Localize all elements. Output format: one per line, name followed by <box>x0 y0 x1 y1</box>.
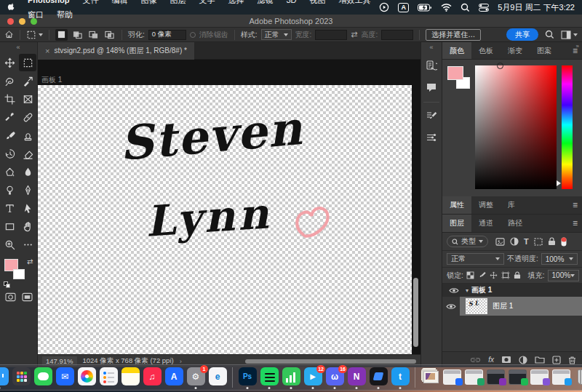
blur-tool[interactable] <box>19 163 36 180</box>
menu-item[interactable]: 增效工具 <box>332 0 378 4</box>
menu-item[interactable]: 编辑 <box>105 0 134 4</box>
hand-tool[interactable] <box>19 217 36 235</box>
photos-stack-dock-icon[interactable] <box>420 367 439 388</box>
width-input[interactable] <box>315 30 347 40</box>
wifi-icon[interactable] <box>441 4 452 12</box>
app-store-dock-icon[interactable]: A <box>164 367 183 388</box>
subtract-from-selection-mode-button[interactable] <box>87 29 100 41</box>
current-tool-icon[interactable] <box>26 30 43 40</box>
close-tab-icon[interactable]: × <box>45 47 49 55</box>
opacity-dropdown[interactable]: 100% <box>541 253 578 265</box>
feather-input[interactable]: 0 像素 <box>148 30 186 40</box>
brushes-panel-icon[interactable] <box>423 129 440 146</box>
menu-item[interactable]: 窗口 <box>21 10 50 19</box>
crop-tool[interactable] <box>1 90 18 108</box>
marquee-tool[interactable] <box>19 54 36 71</box>
minimized-window-4-dock-icon[interactable] <box>508 367 527 388</box>
panel-menu-icon[interactable]: ≡ <box>573 200 578 210</box>
intersect-selection-mode-button[interactable] <box>103 29 116 41</box>
frame-tool[interactable] <box>19 90 36 108</box>
minimized-window-6-dock-icon[interactable] <box>551 367 570 388</box>
blend-mode-dropdown[interactable]: 正常 <box>447 253 504 265</box>
menu-item[interactable]: Photoshop <box>21 0 76 4</box>
eyedropper-tool[interactable] <box>1 108 18 126</box>
twitter-dock-icon[interactable]: t <box>391 367 410 388</box>
battery-icon[interactable] <box>418 4 432 12</box>
new-selection-mode-button[interactable] <box>55 29 68 41</box>
move-tool[interactable] <box>1 54 18 71</box>
layers-tab[interactable]: 通道 <box>471 215 501 232</box>
lock-artboard-icon[interactable] <box>501 271 510 279</box>
object-selection-tool[interactable] <box>19 72 36 89</box>
search-icon[interactable] <box>545 30 554 39</box>
artboard-canvas[interactable]: Steven Lynn <box>38 85 412 354</box>
canvas-pasteboard[interactable]: 画板 1 Steven Lynn <box>38 60 420 354</box>
filter-type-dropdown[interactable]: 类型 <box>447 236 488 247</box>
finder-dock-icon[interactable] <box>0 367 9 388</box>
hue-slider-pointer[interactable] <box>557 180 561 186</box>
discord-dock-icon[interactable]: ω16 <box>325 367 344 388</box>
minimized-window-3-dock-icon[interactable] <box>486 367 505 388</box>
menu-item[interactable]: 3D <box>279 0 303 4</box>
saturation-brightness-field[interactable] <box>475 65 557 189</box>
background-color-swatch[interactable] <box>13 269 25 279</box>
lasso-tool[interactable] <box>1 72 18 89</box>
panel-menu-icon[interactable]: ≡ <box>573 46 578 56</box>
search-icon[interactable] <box>461 3 470 12</box>
control-center-icon[interactable] <box>479 4 489 12</box>
menu-item[interactable]: 选择 <box>221 0 250 4</box>
filter-pixel-layers-icon[interactable] <box>495 238 505 246</box>
photos-dock-icon[interactable] <box>77 367 96 388</box>
history-panel-icon[interactable] <box>423 57 440 74</box>
color-tab[interactable]: 颜色 <box>442 42 471 59</box>
fill-dropdown[interactable]: 100% <box>548 270 580 281</box>
expand-panels-icon[interactable]: « <box>429 44 433 52</box>
panel-menu-icon[interactable]: ≡ <box>573 218 578 228</box>
expand-artboard-icon[interactable]: ▾ <box>466 287 469 294</box>
history-brush-tool[interactable] <box>1 145 18 162</box>
filter-shape-layers-icon[interactable] <box>534 238 543 246</box>
messages-dock-icon[interactable] <box>33 367 52 388</box>
home-icon[interactable] <box>4 30 14 39</box>
layer-effects-icon[interactable]: fx <box>488 356 494 364</box>
properties-tab[interactable]: 调整 <box>471 196 501 214</box>
notes-dock-icon[interactable] <box>121 367 140 388</box>
minimized-window-2-dock-icon[interactable] <box>464 367 483 388</box>
trash-dock-icon[interactable] <box>573 367 582 388</box>
brush-tool[interactable] <box>1 127 18 144</box>
clone-stamp-tool[interactable] <box>19 127 36 144</box>
panel-foreground-swatch[interactable] <box>447 66 463 80</box>
photoshop-dock-icon[interactable]: Ps <box>238 367 257 388</box>
document-tab[interactable]: × stvsign2.psd @ 148% (图层 1, RGB/8#) * <box>38 42 194 60</box>
antialias-checkbox[interactable] <box>190 32 196 38</box>
apple-menu-icon[interactable] <box>7 2 17 12</box>
layers-tab[interactable]: 路径 <box>501 215 530 232</box>
filter-type-layers-icon[interactable]: T <box>524 237 529 246</box>
menu-bar-clock[interactable]: 5月9日 周二 下午3:22 <box>498 2 575 13</box>
color-tab[interactable]: 图案 <box>530 42 559 59</box>
close-window-button[interactable] <box>7 18 14 25</box>
launchpad-dock-icon[interactable] <box>12 367 31 388</box>
swap-dimensions-icon[interactable]: ⇄ <box>351 30 357 39</box>
layers-tab[interactable]: 图层 <box>442 215 471 232</box>
type-tool[interactable] <box>1 199 18 217</box>
more-tool[interactable] <box>19 236 36 253</box>
eraser-tool[interactable] <box>19 145 36 162</box>
menu-item[interactable]: 滤镜 <box>250 0 279 4</box>
layer-thumbnail[interactable]: S L <box>466 298 487 314</box>
vertical-scrollbar[interactable] <box>413 278 418 347</box>
settings-dock-icon[interactable]: ⚙1 <box>186 367 205 388</box>
adjustment-layer-icon[interactable] <box>519 356 527 364</box>
gradient-tool[interactable] <box>1 163 18 180</box>
height-input[interactable] <box>381 30 413 40</box>
lock-image-pixels-icon[interactable] <box>478 271 486 279</box>
filter-smart-objects-icon[interactable] <box>548 237 556 246</box>
menu-item[interactable]: 帮助 <box>50 10 79 19</box>
screen-mode-button[interactable] <box>22 292 33 302</box>
comments-panel-icon[interactable] <box>423 79 440 96</box>
telegram-dock-icon[interactable]: ▶12 <box>303 367 322 388</box>
menu-item[interactable]: 视图 <box>303 0 332 4</box>
layer-filter-toggle[interactable] <box>561 237 567 247</box>
share-button[interactable]: 共享 <box>506 28 538 41</box>
color-tab[interactable]: 渐变 <box>501 42 530 59</box>
